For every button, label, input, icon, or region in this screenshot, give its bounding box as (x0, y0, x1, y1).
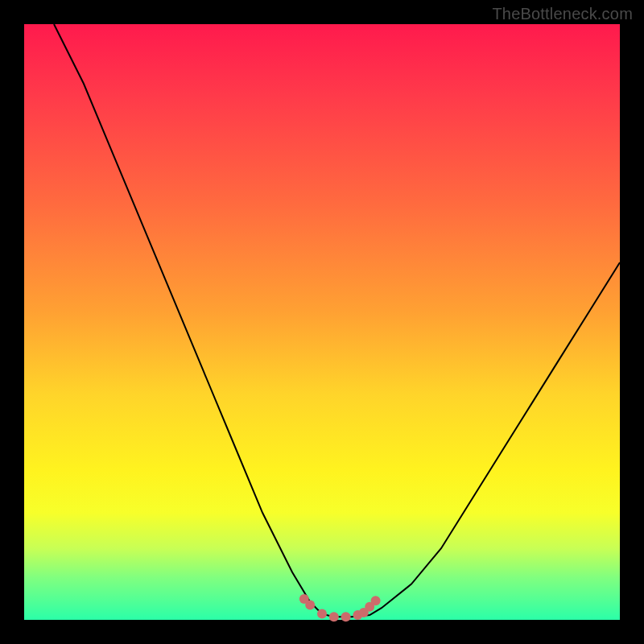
source-attribution: TheBottleneck.com (492, 5, 633, 23)
highlight-marker (371, 596, 381, 605)
highlight-marker (305, 601, 315, 610)
chart-svg (24, 24, 620, 620)
highlight-marker (341, 612, 351, 621)
highlight-marker (329, 612, 339, 621)
chart-frame: TheBottleneck.com (0, 0, 644, 644)
highlight-marker (317, 609, 327, 619)
bottleneck-curve (54, 24, 620, 617)
